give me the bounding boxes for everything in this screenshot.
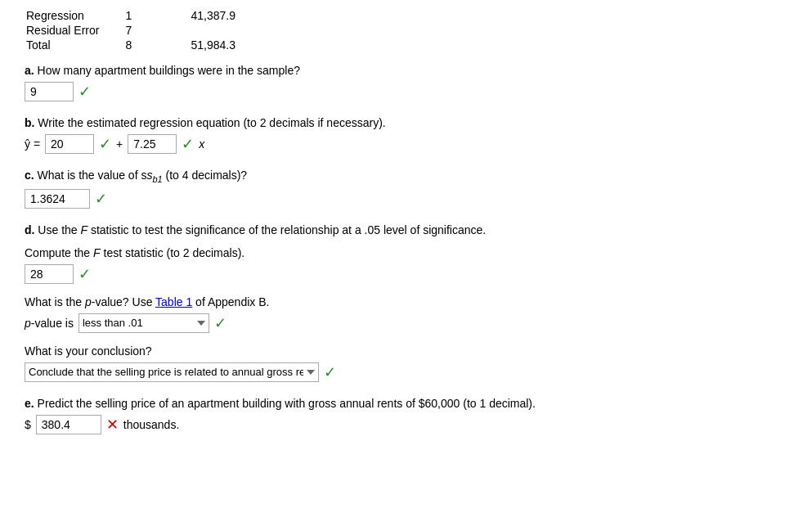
question-c-text-before: What is the value of s xyxy=(38,169,147,182)
source-residual: Residual Error xyxy=(25,23,123,38)
page: Regression 1 41,387.9 Residual Error 7 T… xyxy=(0,0,812,531)
x-variable: x xyxy=(199,137,204,151)
pvalue-label: p-value is xyxy=(25,317,74,330)
table1-link[interactable]: Table 1 xyxy=(155,295,192,308)
pvalue-intro: What is the p-value? Use xyxy=(25,295,155,308)
question-c-text: c. What is the value of ssb1 (to 4 decim… xyxy=(25,169,787,184)
question-a: a. How many apartment buildings were in … xyxy=(25,64,787,101)
pvalue-section: What is the p-value? Use Table 1 of Appe… xyxy=(25,295,787,333)
pvalue-select-wrapper: less than .01 between .01 and .025 betwe… xyxy=(79,313,209,333)
question-c-label: c. xyxy=(25,169,34,182)
question-e: e. Predict the selling price of an apart… xyxy=(25,397,787,434)
question-b-text: b. Write the estimated regression equati… xyxy=(25,116,787,129)
table-row-regression: Regression 1 41,387.9 xyxy=(25,8,260,23)
question-d-text: d. Use the F statistic to test the signi… xyxy=(25,223,787,236)
question-d: d. Use the F statistic to test the signi… xyxy=(25,223,787,382)
conclusion-check-icon: ✓ xyxy=(324,363,336,381)
question-e-text: e. Predict the selling price of an apart… xyxy=(25,397,787,410)
df-regression: 1 xyxy=(123,8,189,23)
compute-f-section: Compute the F test statistic (to 2 decim… xyxy=(25,246,787,284)
f-statistic-check-icon: ✓ xyxy=(79,265,91,283)
pvalue-question-text: What is the p-value? Use Table 1 of Appe… xyxy=(25,295,787,308)
question-e-input[interactable] xyxy=(36,415,101,434)
conclusion-select-wrapper: Conclude that the selling price is relat… xyxy=(25,362,319,382)
question-a-body: How many apartment buildings were in the… xyxy=(38,64,300,77)
ss-regression: 41,387.9 xyxy=(189,8,260,23)
compute-f-text: Compute the F test statistic (to 2 decim… xyxy=(25,246,787,259)
question-e-answer-row: $ ✕ thousands. xyxy=(25,415,787,434)
conclusion-select[interactable]: Conclude that the selling price is relat… xyxy=(25,362,319,382)
conclusion-question-text: What is your conclusion? xyxy=(25,344,787,358)
plus-sign: + xyxy=(116,137,123,151)
compute-label: Compute the F test statistic (to 2 decim… xyxy=(25,246,244,259)
compute-f-answer-row: ✓ xyxy=(25,264,787,284)
question-c-sb-symbol: sb1 xyxy=(146,169,162,182)
appendix-text: of Appendix B. xyxy=(192,295,269,308)
question-c: c. What is the value of ssb1 (to 4 decim… xyxy=(25,169,787,209)
thousands-label: thousands. xyxy=(123,418,180,431)
question-b-intercept-input[interactable] xyxy=(45,134,94,154)
question-b-body: Write the estimated regression equation … xyxy=(38,116,385,129)
ycaret-symbol: ŷ = xyxy=(25,137,40,151)
pvalue-answer-row: p-value is less than .01 between .01 and… xyxy=(25,313,787,333)
conclusion-label: What is your conclusion? xyxy=(25,344,152,358)
df-residual: 7 xyxy=(123,23,189,38)
question-d-body: Use the F statistic to test the signific… xyxy=(38,223,486,236)
table-row-residual: Residual Error 7 xyxy=(25,23,260,38)
question-a-input[interactable] xyxy=(25,82,74,101)
question-c-answer-row: ✓ xyxy=(25,189,787,209)
question-e-check-icon: ✕ xyxy=(106,416,119,434)
anova-table: Regression 1 41,387.9 Residual Error 7 T… xyxy=(25,8,787,52)
pvalue-check-icon: ✓ xyxy=(214,314,227,332)
question-c-text-after: (to 4 decimals)? xyxy=(163,169,247,182)
source-total: Total xyxy=(25,38,123,52)
ss-total: 51,984.3 xyxy=(189,38,260,52)
question-b-intercept-check: ✓ xyxy=(99,135,111,153)
question-a-text: a. How many apartment buildings were in … xyxy=(25,64,787,77)
df-total: 8 xyxy=(123,38,189,52)
question-b-slope-input[interactable] xyxy=(128,134,177,154)
question-b-slope-check: ✓ xyxy=(182,135,194,153)
dollar-sign: $ xyxy=(25,418,31,431)
ss-residual xyxy=(189,23,260,38)
question-c-input[interactable] xyxy=(25,189,90,209)
table-row-total: Total 8 51,984.3 xyxy=(25,38,260,52)
question-e-label: e. xyxy=(25,397,34,410)
source-regression: Regression xyxy=(25,8,123,23)
question-e-body: Predict the selling price of an apartmen… xyxy=(38,397,536,410)
question-a-label: a. xyxy=(25,64,34,77)
question-c-check-icon: ✓ xyxy=(95,190,107,208)
conclusion-section: What is your conclusion? Conclude that t… xyxy=(25,344,787,382)
question-d-label: d. xyxy=(25,223,34,236)
question-b-label: b. xyxy=(25,116,34,129)
question-a-check-icon: ✓ xyxy=(79,83,91,101)
pvalue-select[interactable]: less than .01 between .01 and .025 betwe… xyxy=(79,313,209,333)
question-c-subscript: b1 xyxy=(152,174,162,184)
f-statistic-input[interactable] xyxy=(25,264,74,284)
question-b: b. Write the estimated regression equati… xyxy=(25,116,787,154)
question-b-answer-row: ŷ = ✓ + ✓ x xyxy=(25,134,787,154)
question-a-answer-row: ✓ xyxy=(25,82,787,101)
conclusion-answer-row: Conclude that the selling price is relat… xyxy=(25,362,787,382)
